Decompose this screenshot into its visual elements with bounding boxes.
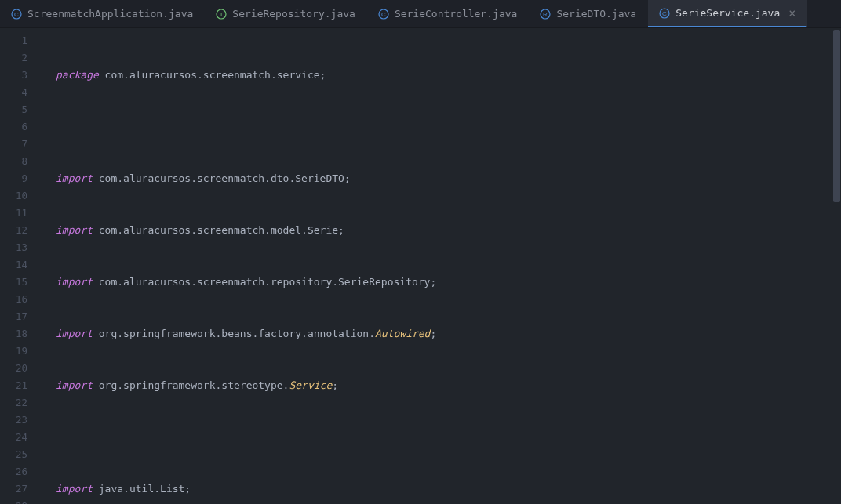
tab-label: SerieController.java	[395, 8, 518, 20]
line-number: 1	[0, 32, 27, 49]
code-line: package com.aluracursos.screenmatch.serv…	[56, 67, 841, 84]
line-number: 7	[0, 136, 27, 153]
line-number: 12	[0, 222, 27, 239]
code-line	[56, 429, 841, 446]
line-number: 18	[0, 325, 27, 343]
line-number: 16	[0, 291, 27, 308]
line-number: 28	[0, 498, 27, 504]
line-number: 21	[0, 377, 27, 394]
line-number: 19	[0, 343, 27, 360]
line-number-gutter: 1234567891011121314151617181920212223242…	[0, 28, 43, 504]
svg-text:R: R	[544, 11, 548, 18]
svg-text:I: I	[220, 11, 222, 18]
code-line	[56, 118, 841, 136]
line-number: 26	[0, 463, 27, 480]
line-number: 17	[0, 308, 27, 325]
tab-label: SerieService.java	[675, 7, 780, 19]
tab-serie-service[interactable]: C SerieService.java ×	[648, 0, 807, 27]
line-number: 5	[0, 101, 27, 118]
scrollbar-track[interactable]	[832, 28, 841, 504]
line-number: 8	[0, 153, 27, 170]
editor-area: 1234567891011121314151617181920212223242…	[0, 28, 841, 504]
tab-label: SerieRepository.java	[232, 8, 355, 20]
line-number: 24	[0, 429, 27, 446]
line-number: 22	[0, 394, 27, 412]
tab-serie-dto[interactable]: R SerieDTO.java	[529, 0, 648, 27]
record-icon: R	[540, 9, 551, 20]
line-number: 3	[0, 67, 27, 84]
line-number: 6	[0, 118, 27, 136]
code-line: import com.aluracursos.screenmatch.dto.S…	[56, 170, 841, 187]
line-number: 20	[0, 360, 27, 377]
tab-label: ScreenmatchApplication.java	[27, 8, 193, 20]
close-icon[interactable]: ×	[788, 6, 795, 20]
editor-tabs: C ScreenmatchApplication.java I SerieRep…	[0, 0, 841, 28]
class-icon: C	[659, 8, 670, 19]
line-number: 10	[0, 187, 27, 205]
line-number: 25	[0, 446, 27, 463]
line-number: 15	[0, 274, 27, 291]
line-number: 11	[0, 205, 27, 222]
line-number: 27	[0, 480, 27, 498]
line-number: 9	[0, 170, 27, 187]
line-number: 23	[0, 412, 27, 429]
code-line: import org.springframework.beans.factory…	[56, 325, 841, 343]
tab-label: SerieDTO.java	[556, 8, 636, 20]
class-icon: C	[11, 9, 22, 20]
line-number: 13	[0, 239, 27, 256]
code-line: import com.aluracursos.screenmatch.repos…	[56, 274, 841, 291]
line-number: 4	[0, 84, 27, 101]
interface-icon: I	[216, 9, 227, 20]
class-icon: C	[378, 9, 389, 20]
code-line: import com.aluracursos.screenmatch.model…	[56, 222, 841, 239]
code-line: import org.springframework.stereotype.Se…	[56, 377, 841, 394]
svg-text:C: C	[662, 10, 667, 17]
line-number: 14	[0, 256, 27, 274]
tab-screenmatch-application[interactable]: C ScreenmatchApplication.java	[0, 0, 205, 27]
scrollbar-thumb[interactable]	[833, 30, 840, 202]
code-content[interactable]: package com.aluracursos.screenmatch.serv…	[43, 28, 841, 504]
tab-serie-repository[interactable]: I SerieRepository.java	[205, 0, 367, 27]
line-number: 2	[0, 49, 27, 67]
code-line: import java.util.List;	[56, 480, 841, 498]
svg-text:C: C	[381, 11, 386, 18]
tab-serie-controller[interactable]: C SerieController.java	[367, 0, 530, 27]
svg-text:C: C	[14, 11, 19, 18]
